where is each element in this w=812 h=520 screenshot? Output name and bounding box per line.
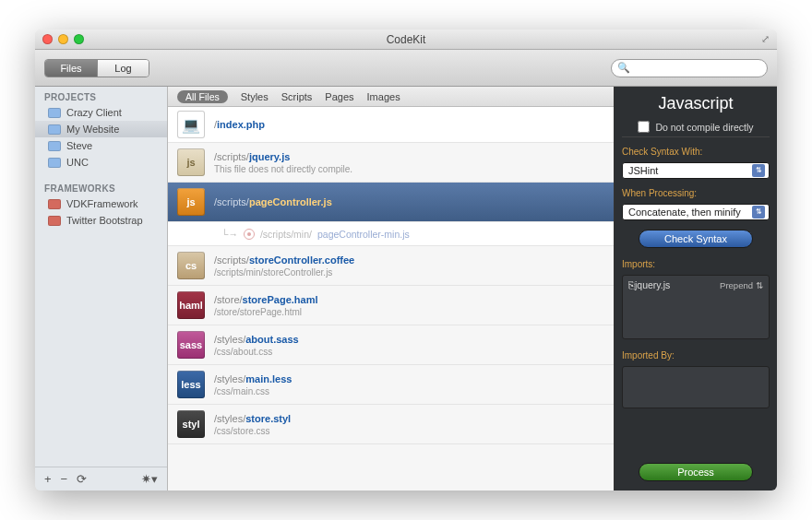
sidebar-project[interactable]: UNC	[35, 154, 167, 171]
file-output-row[interactable]: └→/scripts/min/pageController-min.js	[168, 222, 614, 246]
file-path: /styles/main.less	[214, 373, 292, 384]
sidebar-projects-header: PROJECTS	[35, 87, 167, 104]
search-icon: 🔍	[617, 62, 630, 74]
search-input[interactable]	[634, 63, 761, 74]
titlebar: CodeKit ⤢	[35, 30, 777, 50]
import-link-icon: ⎘	[628, 279, 635, 290]
tab-log[interactable]: Log	[97, 60, 149, 77]
file-row[interactable]: js/scripts/pageController.js	[168, 183, 614, 222]
chevron-updown-icon: ⇅	[756, 280, 763, 290]
view-segmented: Files Log	[44, 59, 149, 77]
sidebar-item-label: VDKFramework	[66, 198, 138, 209]
filter-scripts[interactable]: Scripts	[281, 91, 313, 102]
sidebar-project[interactable]: Steve	[35, 137, 167, 154]
settings-button[interactable]: ✷▾	[141, 472, 158, 486]
chevron-updown-icon: ⇅	[752, 206, 765, 219]
file-output-path: /css/store.css	[214, 426, 291, 436]
sidebar-framework[interactable]: Twitter Bootstrap	[35, 212, 167, 229]
tab-files[interactable]: Files	[45, 60, 97, 77]
add-project-button[interactable]: +	[44, 472, 52, 486]
select-value: JSHint	[628, 165, 658, 176]
sidebar-item-label: Twitter Bootstrap	[66, 215, 143, 226]
imported-by-label: Imported By:	[622, 350, 770, 360]
app-window: CodeKit ⤢ Files Log 🔍 PROJECTS Crazy Cli…	[35, 30, 777, 490]
folder-icon	[48, 158, 61, 168]
imports-box: ⎘ jquery.js Prepend ⇅	[622, 275, 770, 339]
check-syntax-label: Check Syntax With:	[622, 147, 770, 157]
file-output-path: /css/main.css	[214, 386, 292, 396]
sidebar-item-label: Crazy Client	[66, 107, 122, 118]
dont-compile-label: Do not compile directly	[655, 122, 753, 133]
filter-images[interactable]: Images	[367, 91, 400, 102]
file-path: /index.php	[214, 119, 265, 130]
dont-compile-checkbox[interactable]: Do not compile directly	[622, 121, 770, 137]
window-title: CodeKit	[35, 33, 777, 46]
dont-compile-input[interactable]	[638, 121, 650, 133]
check-syntax-button[interactable]: Check Syntax	[639, 230, 753, 248]
process-button[interactable]: Process	[639, 463, 753, 481]
filter-bar: All Files Styles Scripts Pages Images	[168, 87, 614, 107]
file-output-path: /scripts/min/storeController.js	[214, 267, 354, 278]
target-icon	[244, 229, 255, 240]
toolbar: Files Log 🔍	[35, 50, 777, 87]
file-output-path: This file does not directly compile.	[214, 164, 352, 174]
sidebar: PROJECTS Crazy Client My Website Steve U…	[35, 87, 168, 490]
imported-by-box	[622, 366, 770, 408]
filetype-badge: js	[177, 148, 205, 176]
toolbox-icon	[48, 199, 61, 209]
file-row[interactable]: js/scripts/jquery.jsThis file does not d…	[168, 143, 614, 183]
import-row[interactable]: ⎘ jquery.js Prepend ⇅	[628, 279, 763, 290]
filetype-badge: less	[177, 371, 205, 398]
file-row[interactable]: /index.php	[168, 107, 614, 143]
remove-project-button[interactable]: −	[61, 472, 68, 486]
folder-icon	[48, 124, 61, 135]
inspector-title: Javascript	[622, 92, 770, 115]
sidebar-item-label: UNC	[66, 157, 89, 168]
file-list-panel: All Files Styles Scripts Pages Images /i…	[168, 87, 615, 490]
file-path: /scripts/pageController.js	[214, 196, 332, 207]
when-processing-label: When Processing:	[622, 188, 770, 198]
sidebar-item-label: My Website	[66, 124, 119, 135]
file-path: /styles/store.styl	[214, 413, 291, 424]
file-list: /index.phpjs/scripts/jquery.jsThis file …	[168, 107, 614, 490]
inspector-panel: Javascript Do not compile directly Check…	[615, 87, 777, 490]
filetype-badge	[177, 111, 205, 138]
content: PROJECTS Crazy Client My Website Steve U…	[35, 87, 777, 490]
check-syntax-select[interactable]: JSHint⇅	[622, 162, 770, 179]
filter-pages[interactable]: Pages	[325, 91, 353, 102]
folder-icon	[48, 141, 61, 151]
sidebar-footer: + − ⟳ ✷▾	[35, 467, 167, 490]
filter-styles[interactable]: Styles	[241, 91, 269, 102]
sidebar-framework[interactable]: VDKFramework	[35, 195, 167, 212]
filetype-badge: haml	[177, 291, 205, 319]
select-value: Concatenate, then minify	[628, 207, 741, 218]
file-path: /styles/about.sass	[214, 334, 299, 345]
filetype-badge: sass	[177, 331, 205, 359]
file-output-path: /css/about.css	[214, 347, 299, 357]
file-row[interactable]: sass/styles/about.sass/css/about.css	[168, 325, 614, 365]
sidebar-frameworks-header: FRAMEWORKS	[35, 178, 167, 195]
file-row[interactable]: haml/store/storePage.haml/store/storePag…	[168, 286, 614, 325]
refresh-button[interactable]: ⟳	[77, 472, 87, 486]
sidebar-project[interactable]: My Website	[35, 121, 167, 137]
file-row[interactable]: less/styles/main.less/css/main.css	[168, 365, 614, 405]
toolbox-icon	[48, 216, 61, 226]
search-field[interactable]: 🔍	[611, 59, 768, 77]
import-mode-select[interactable]: Prepend ⇅	[720, 280, 763, 290]
file-path: /store/storePage.haml	[214, 294, 318, 305]
filter-all[interactable]: All Files	[177, 90, 228, 103]
import-name: jquery.js	[635, 279, 670, 290]
imports-label: Imports:	[622, 259, 770, 269]
filetype-badge: cs	[177, 252, 205, 279]
file-path: /scripts/storeController.coffee	[214, 254, 354, 266]
file-row[interactable]: cs/scripts/storeController.coffee/script…	[168, 246, 614, 286]
sidebar-project[interactable]: Crazy Client	[35, 104, 167, 121]
filetype-badge: js	[177, 188, 205, 216]
chevron-updown-icon: ⇅	[752, 164, 765, 177]
sidebar-item-label: Steve	[66, 140, 92, 151]
file-row[interactable]: styl/styles/store.styl/css/store.css	[168, 405, 614, 444]
filetype-badge: styl	[177, 410, 205, 438]
when-processing-select[interactable]: Concatenate, then minify⇅	[622, 204, 770, 220]
file-path: /scripts/jquery.js	[214, 151, 352, 162]
file-output-path: /store/storePage.html	[214, 307, 318, 317]
